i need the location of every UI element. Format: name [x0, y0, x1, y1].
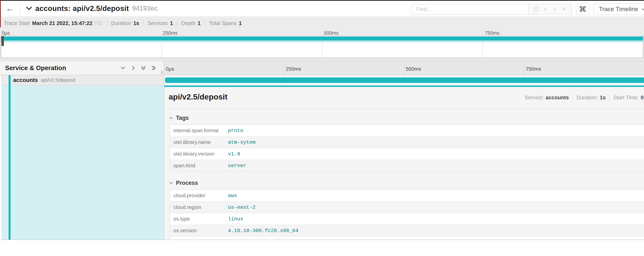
span-detail-title: api/v2.5/deposit [169, 92, 228, 101]
window-top-edge [0, 0, 644, 1]
collapse-one-icon[interactable] [120, 65, 126, 71]
jaeger-trace-page: ← accounts: api/v2.5/deposit 94193ec ∧ ∨… [0, 0, 644, 256]
timeline-tick: 0μs [164, 66, 174, 72]
span-detail-row: api/v2.5/deposit Service: accounts Durat… [0, 85, 644, 239]
find-input[interactable] [412, 4, 528, 15]
process-section-title: Process [176, 180, 198, 186]
span-row-timeline[interactable] [164, 75, 644, 85]
table-row: os.typelinux [170, 213, 644, 225]
page-title: accounts: api/v2.5/deposit [35, 5, 129, 13]
trace-minimap-section: 0μs 250ms 500ms 750ms [0, 30, 644, 61]
service-operation-title: Service & Operation [5, 64, 66, 72]
tags-table: internal.span.formatproto otel.library.n… [170, 125, 644, 172]
minimap-tick: 500ms [322, 30, 338, 36]
span-row[interactable]: accounts api/v2.5/deposit [0, 75, 644, 85]
chevron-down-icon [169, 116, 174, 120]
trace-view-selector-label: Trace Timeline [599, 6, 638, 13]
column-resize-grip[interactable] [161, 71, 163, 74]
span-row-name-column[interactable]: accounts api/v2.5/deposit [0, 75, 164, 85]
span-service-name: accounts [13, 77, 38, 83]
find-prev-icon[interactable]: ∧ [544, 7, 548, 12]
command-icon: ⌘ [579, 5, 586, 14]
total-spans-item: Total Spans 1 [200, 20, 242, 26]
chevron-down-icon [169, 181, 174, 185]
minimap-tick: 250ms [161, 30, 178, 36]
table-row: cloud.regionus-east-2 [170, 201, 644, 213]
timeline-column-headers: Service & Operation 0μs [0, 61, 644, 75]
minimap-tick: 750ms [483, 30, 500, 36]
table-row: internal.span.formatproto [170, 125, 644, 136]
span-row-gutter [0, 75, 2, 85]
table-row: otel.library.nameatm-sytem [170, 136, 644, 148]
expand-all-icon[interactable] [151, 65, 156, 71]
table-row: service.versionv2.5 [170, 236, 644, 239]
meta-divider [572, 95, 573, 100]
minimap-span-bar [1, 37, 643, 41]
span-operation-name: api/v2.5/deposit [41, 77, 75, 83]
minimap-span-shadow [1, 41, 643, 42]
focus-span-icon[interactable] [534, 7, 538, 12]
chevron-down-icon [641, 7, 644, 12]
process-section-toggle[interactable]: Process [169, 180, 644, 186]
tags-section-title: Tags [176, 115, 189, 121]
find-group: ∧ ∨ ✕ [412, 4, 572, 15]
minimap-ruler: 0μs 250ms 500ms 750ms [0, 30, 644, 36]
span-detail-meta: Service: accounts Duration: 1s Start Tim… [525, 95, 644, 101]
trace-header: ← accounts: api/v2.5/deposit 94193ec ∧ ∨… [0, 1, 644, 17]
trace-view-selector[interactable]: Trace Timeline [594, 4, 644, 15]
services-item: Services 1 [139, 20, 173, 26]
column-splitter[interactable] [164, 61, 164, 239]
find-next-icon[interactable]: ∨ [553, 7, 557, 12]
keyboard-shortcuts-button[interactable]: ⌘ [576, 4, 590, 15]
trace-title-group: accounts: api/v2.5/deposit 94193ec [26, 5, 158, 13]
find-clear-icon[interactable]: ✕ [562, 7, 566, 12]
trace-summary-bar: Trace Start March 21 2022, 15:47:22.751 … [0, 17, 644, 30]
timeline-ruler-header: 0μs 250ms 500ms 750ms [164, 61, 644, 75]
header-controls: ∧ ∨ ✕ ⌘ Trace Timeline [412, 4, 644, 15]
collapse-all-icon[interactable] [140, 65, 146, 71]
minimap-tick: 0μs [0, 30, 10, 36]
collapse-controls [120, 61, 156, 75]
find-addon: ∧ ∨ ✕ [528, 4, 572, 15]
tags-section-toggle[interactable]: Tags [169, 115, 644, 121]
expand-one-icon[interactable] [130, 65, 136, 71]
meta-divider [609, 95, 610, 100]
table-row: os.version4.16.10-300.fc28.x86_64 [170, 225, 644, 236]
duration-item: Duration 1s [103, 20, 139, 26]
detail-divider [169, 109, 644, 109]
table-row: span.kindserver [170, 160, 644, 171]
process-section: Process cloud.provideraws cloud.regionus… [169, 180, 644, 239]
span-detail-left-column[interactable] [0, 85, 164, 239]
service-color-bar [8, 75, 10, 239]
window-left-edge [0, 0, 1, 27]
trace-start-item: Trace Start March 21 2022, 15:47:22.751 [4, 20, 103, 26]
span-detail-panel: api/v2.5/deposit Service: accounts Durat… [164, 85, 644, 239]
selected-span-highlight [2, 85, 164, 239]
collapse-trace-chevron-icon[interactable] [26, 5, 32, 12]
back-button[interactable]: ← [0, 1, 20, 16]
minimap-drag-handle[interactable] [2, 36, 4, 46]
back-arrow-icon: ← [6, 4, 14, 13]
table-row: cloud.provideraws [170, 190, 644, 201]
table-row: otel.library.versionv1.0 [170, 148, 644, 160]
service-operation-header: Service & Operation [0, 61, 164, 75]
timeline-tick: 500ms [404, 66, 421, 72]
span-detail-header: api/v2.5/deposit Service: accounts Durat… [169, 92, 644, 104]
trace-view-bottom-border [0, 239, 644, 240]
tags-section: Tags internal.span.formatproto otel.libr… [169, 115, 644, 172]
timeline-tick: 250ms [284, 66, 301, 72]
timeline-tick: 750ms [524, 66, 541, 72]
span-duration-bar[interactable] [165, 77, 644, 83]
process-table: cloud.provideraws cloud.regionus-east-2 … [170, 189, 644, 239]
trace-id: 94193ec [132, 5, 158, 12]
detail-gutter-line [2, 85, 2, 239]
minimap-canvas[interactable] [1, 36, 643, 58]
depth-item: Depth 1 [173, 20, 201, 26]
